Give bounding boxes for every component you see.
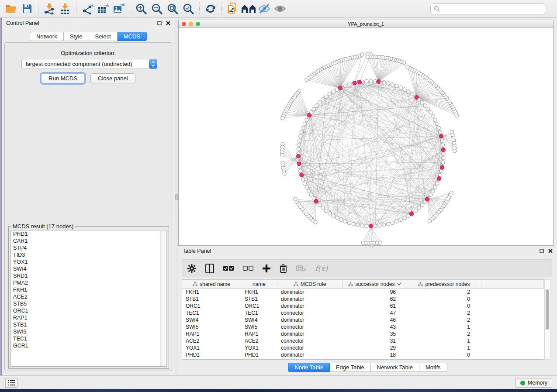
table-row[interactable]: TEC1TEC1connector472	[182, 309, 544, 316]
network-node[interactable]	[387, 222, 390, 226]
network-node[interactable]	[297, 148, 300, 151]
deselect-all-icon[interactable]	[243, 265, 253, 271]
network-node[interactable]	[420, 203, 424, 206]
table-cell-name[interactable]: ACE2	[241, 337, 277, 344]
network-node[interactable]	[321, 206, 325, 210]
apply-layout-button[interactable]	[203, 2, 218, 16]
network-node[interactable]	[332, 90, 335, 93]
network-node[interactable]	[347, 83, 351, 86]
mcds-result-item[interactable]: TID3	[11, 251, 166, 258]
network-node[interactable]	[410, 92, 414, 96]
network-node[interactable]	[328, 211, 332, 215]
table-cell-mcds-role[interactable]: dominator	[277, 316, 343, 323]
save-session-button[interactable]	[19, 2, 35, 16]
table-cell-mcds-role[interactable]: dominator	[277, 351, 343, 358]
table-cell-shared-name[interactable]: STB1	[182, 296, 241, 303]
table-cell-name[interactable]: FKH1	[241, 289, 277, 296]
table-cell-predecessor-nodes[interactable]: 0	[407, 296, 481, 303]
mcds-result-list[interactable]: PHD1CAR1STP4TID3YOX1SWI4SRD1PMA2FKH1ACE2…	[10, 230, 167, 367]
network-node[interactable]	[356, 223, 360, 227]
table-cell-shared-name[interactable]: YOX1	[182, 344, 241, 351]
search-input[interactable]	[430, 3, 546, 14]
task-history-button[interactable]	[5, 378, 17, 388]
network-node[interactable]	[433, 186, 437, 189]
mcds-result-item[interactable]: RAP1	[11, 314, 166, 321]
export-image-button[interactable]	[111, 2, 127, 16]
table-row[interactable]: SWI5SWI5connector431	[182, 323, 544, 330]
network-hub-node[interactable]	[297, 162, 301, 166]
network-node[interactable]	[307, 189, 311, 193]
network-hub-node[interactable]	[308, 113, 311, 117]
function-builder-icon[interactable]: f(x)	[315, 264, 328, 273]
network-canvas[interactable]	[179, 28, 553, 245]
network-node[interactable]	[280, 153, 284, 157]
mcds-result-item[interactable]: STB5	[11, 300, 166, 307]
export-table-button[interactable]	[95, 2, 111, 16]
table-cell-name[interactable]: YOX1	[241, 344, 277, 351]
mcds-result-item[interactable]: ORC1	[11, 307, 166, 314]
table-cell-name[interactable]: PHD1	[241, 351, 277, 358]
table-cell-successor-nodes[interactable]: 35	[343, 330, 407, 337]
memory-button[interactable]: Memory	[515, 378, 552, 388]
network-hub-node[interactable]	[415, 95, 419, 99]
network-node[interactable]	[321, 98, 325, 101]
network-node[interactable]	[305, 186, 308, 189]
table-row[interactable]: PHD1PHD1dominator180	[182, 351, 544, 358]
network-node[interactable]	[426, 107, 429, 110]
network-hub-node[interactable]	[300, 173, 304, 177]
tab-mcds[interactable]: MCDS	[118, 32, 147, 41]
tab-edge-table[interactable]: Edge Table	[330, 363, 371, 372]
import-table-button[interactable]	[57, 2, 73, 16]
table-cell-predecessor-nodes[interactable]: 1	[407, 323, 481, 330]
network-hub-node[interactable]	[377, 79, 381, 83]
mcds-result-item[interactable]: YOX1	[11, 258, 166, 265]
network-node[interactable]	[429, 193, 432, 196]
tab-network[interactable]: Network	[30, 32, 64, 41]
network-node[interactable]	[365, 224, 368, 227]
network-node[interactable]	[336, 216, 339, 220]
network-hub-node[interactable]	[314, 199, 318, 203]
network-node[interactable]	[441, 161, 445, 164]
network-node[interactable]	[420, 100, 424, 104]
table-cell-name[interactable]: RAP1	[241, 330, 277, 337]
close-panel-button[interactable]: Close panel	[90, 73, 135, 83]
network-node[interactable]	[299, 134, 302, 138]
network-node[interactable]	[429, 111, 432, 114]
open-file-button[interactable]	[3, 2, 19, 16]
mcds-result-item[interactable]: SRD1	[11, 272, 166, 279]
table-cell-mcds-role[interactable]: connector	[277, 344, 343, 351]
mcds-result-item[interactable]: SWI5	[11, 328, 166, 335]
close-panel-icon[interactable]	[166, 21, 170, 26]
network-node[interactable]	[423, 104, 427, 107]
network-node[interactable]	[309, 193, 313, 196]
table-cell-predecessor-nodes[interactable]: 0	[407, 351, 481, 358]
export-network-button[interactable]	[80, 2, 95, 16]
table-row[interactable]: ACE2ACE2connector311	[182, 337, 544, 344]
table-cell-successor-nodes[interactable]: 46	[343, 316, 407, 323]
run-mcds-button[interactable]: Run MCDS	[41, 73, 85, 83]
network-node[interactable]	[374, 224, 377, 227]
network-node[interactable]	[360, 53, 364, 56]
table-cell-predecessor-nodes[interactable]: 1	[407, 337, 481, 344]
network-hub-node[interactable]	[441, 148, 445, 152]
column-header-shared-name[interactable]: shared name	[182, 280, 241, 288]
network-hub-node[interactable]	[338, 86, 342, 90]
table-cell-predecessor-nodes[interactable]: 2	[407, 289, 481, 296]
add-column-icon[interactable]	[263, 265, 270, 272]
table-cell-predecessor-nodes[interactable]: 0	[407, 303, 481, 309]
network-node[interactable]	[399, 218, 402, 221]
table-cell-mcds-role[interactable]: connector	[277, 323, 343, 330]
column-header-name[interactable]: name	[241, 280, 277, 288]
table-cell-mcds-role[interactable]: connector	[277, 337, 343, 344]
table-cell-mcds-role[interactable]: dominator	[277, 289, 343, 296]
mcds-result-item[interactable]: STB1	[11, 321, 166, 328]
network-view-titlebar[interactable]: YPA_prune.txt_1	[179, 20, 553, 28]
network-node[interactable]	[403, 216, 406, 220]
mcds-result-item[interactable]: PHD1	[11, 230, 166, 237]
network-hub-node[interactable]	[439, 134, 443, 138]
mcds-list-scrollbar[interactable]	[160, 231, 166, 367]
table-cell-successor-nodes[interactable]: 29	[343, 344, 407, 351]
table-cell-predecessor-nodes[interactable]: 2	[407, 330, 481, 337]
table-row[interactable]: YOX1YOX1connector291	[182, 344, 544, 351]
network-node[interactable]	[395, 220, 398, 223]
